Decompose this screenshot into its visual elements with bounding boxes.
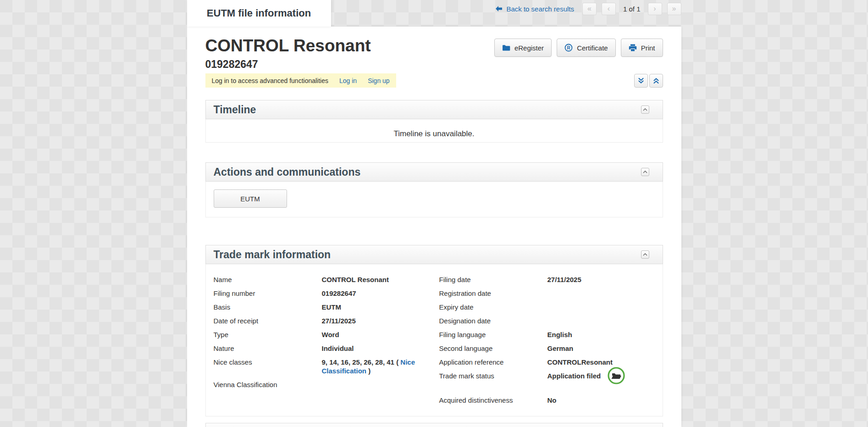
next-page-icon: › [653,5,656,12]
detail-label: Nice classes [214,358,322,366]
detail-value: No [547,396,663,405]
detail-row-type: Type Word [214,330,439,339]
detail-row-trademark-status: Trade mark status Application filed [439,372,663,380]
eregister-button[interactable]: eRegister [494,39,552,57]
detail-label: Name [214,275,322,284]
last-result-button[interactable]: » [667,3,681,15]
detail-row-filing-date: Filing date 27/11/2025 [439,275,663,284]
chevron-up-icon [643,108,647,111]
certificate-button[interactable]: R Certificate [557,39,616,57]
expand-all-button[interactable] [649,74,663,88]
trademark-collapse-button[interactable] [641,250,649,259]
detail-row-acquired-distinctiveness: Acquired distinctiveness No [439,396,663,405]
detail-label: Designation date [439,316,547,325]
trademark-section-header: Trade mark information [205,245,663,264]
detail-row-filing-number: Filing number 019282647 [214,289,439,298]
detail-row-name: Name CONTROL Resonant [214,275,439,284]
details-left-column: Name CONTROL Resonant Filing number 0192… [214,275,439,394]
nice-classes-value: 9, 14, 16, 25, 26, 28, 41 [322,358,394,366]
detail-label: Expiry date [439,303,547,311]
detail-value: 27/11/2025 [547,275,663,284]
detail-value: EUTM [322,303,439,311]
page-indicator: 1 of 1 [623,5,641,13]
detail-value: 27/11/2025 [322,316,439,325]
detail-label: Second language [439,344,547,353]
back-arrow-icon [495,6,503,12]
top-navigation: Back to search results « ‹ 1 of 1 › » [495,2,681,16]
last-page-icon: » [672,5,676,12]
timeline-collapse-button[interactable] [641,105,649,114]
trademark-header: CONTROL Resonant 019282647 eRegister R [205,27,663,71]
actions-section-body: EUTM [205,182,663,217]
login-notice-text: Log in to access advanced functionalitie… [212,77,329,84]
print-button[interactable]: Print [621,39,663,57]
previous-result-button[interactable]: ‹ [602,3,616,15]
fold-buttons [634,74,663,88]
result-pager: « ‹ 1 of 1 › » [582,3,681,15]
actions-collapse-button[interactable] [641,168,649,176]
trademark-section-body: Name CONTROL Resonant Filing number 0192… [205,264,663,416]
back-link-label: Back to search results [506,5,574,13]
detail-label: Trade mark status [439,372,547,380]
actions-section: Actions and communications EUTM [205,162,663,217]
certificate-button-label: Certificate [577,44,608,52]
double-chevron-up-icon [653,78,659,84]
detail-label: Filing language [439,330,547,339]
detail-label: Date of receipt [214,316,322,325]
previous-page-icon: ‹ [608,5,610,12]
timeline-section-title: Timeline [214,104,256,116]
printer-icon [629,44,637,51]
eutm-button-label: EUTM [240,195,260,203]
trademark-section-title: Trade mark information [214,249,331,261]
detail-row-filing-language: Filing language English [439,330,663,339]
detail-label: Acquired distinctiveness [439,396,547,405]
detail-row-vienna-classification: Vienna Classification [214,380,439,389]
detail-label: Application reference [439,358,547,366]
detail-row-nice-classes: Nice classes 9, 14, 16, 25, 26, 28, 41 (… [214,358,439,375]
login-notice-bar: Log in to access advanced functionalitie… [205,73,396,88]
eutm-filter-button[interactable]: EUTM [214,189,287,208]
detail-row-basis: Basis EUTM [214,303,439,311]
detail-value: CONTROL Resonant [322,275,439,284]
tab-eutm-file-information[interactable]: EUTM file information [187,0,331,27]
folder-icon [502,44,510,51]
topbar: EUTM file information Back to search res… [187,0,681,27]
detail-row-registration-date: Registration date [439,289,663,298]
detail-value: Individual [322,344,439,353]
paren-close: ) [368,367,370,375]
svg-text:R: R [567,45,571,50]
first-result-button[interactable]: « [582,3,597,15]
trademark-info-section: Trade mark information Name CONTROL Reso… [205,245,663,416]
detail-label: Registration date [439,289,547,298]
login-row: Log in to access advanced functionalitie… [205,73,663,88]
detail-label: Filing number [214,289,322,298]
detail-label: Nature [214,344,322,353]
actions-section-header: Actions and communications [205,162,663,182]
trademark-name-title: CONTROL Resonant [205,36,371,55]
timeline-section: Timeline Timeline is unavailable. [205,100,663,143]
actions-section-title: Actions and communications [214,166,361,178]
detail-value: 019282647 [322,289,439,298]
detail-row-application-reference: Application reference CONTROLResonant [439,358,663,366]
timeline-section-body: Timeline is unavailable. [205,119,663,143]
trademark-title-block: CONTROL Resonant 019282647 [205,36,371,71]
registered-r-icon: R [564,44,573,52]
next-result-button[interactable]: › [648,3,662,15]
detail-label: Vienna Classification [214,380,322,389]
chevron-up-icon [643,171,647,173]
sign-up-link[interactable]: Sign up [368,77,389,84]
page: EUTM file information Back to search res… [187,0,681,427]
timeline-unavailable-message: Timeline is unavailable. [206,119,663,142]
double-chevron-down-icon [638,78,644,84]
log-in-link[interactable]: Log in [339,77,357,84]
tab-title: EUTM file information [207,7,311,19]
detail-value: Application filed [547,372,663,380]
back-to-search-results-link[interactable]: Back to search results [495,5,574,13]
detail-row-date-of-receipt: Date of receipt 27/11/2025 [214,316,439,325]
content-card: CONTROL Resonant 019282647 eRegister R [187,27,681,427]
collapse-all-button[interactable] [634,74,648,88]
next-section-header-partial [205,423,663,427]
paren-open: ( [396,358,398,366]
timeline-section-header: Timeline [205,100,663,119]
trademark-details: Name CONTROL Resonant Filing number 0192… [214,275,663,410]
